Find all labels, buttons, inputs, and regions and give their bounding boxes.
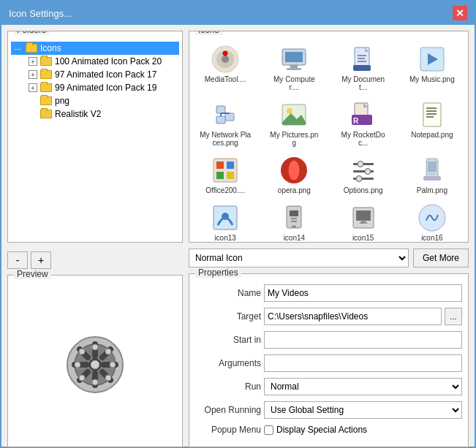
close-button[interactable]: ✕ bbox=[453, 6, 467, 20]
icon-item-options[interactable]: Options.png bbox=[330, 153, 396, 197]
svg-rect-36 bbox=[216, 106, 225, 113]
svg-point-17 bbox=[105, 375, 111, 381]
svg-point-19 bbox=[79, 375, 85, 381]
name-row: Name bbox=[195, 284, 462, 302]
icons-panel: Icons MediaTool.... My Computer.... My D… bbox=[189, 31, 469, 243]
icon-item-13[interactable]: icon13 bbox=[192, 200, 258, 243]
svg-rect-44 bbox=[282, 122, 306, 125]
run-label: Run bbox=[195, 381, 261, 392]
icon-label: Office200.... bbox=[205, 186, 245, 194]
svg-rect-69 bbox=[429, 173, 435, 175]
icon-item-14[interactable]: icon14 bbox=[261, 200, 327, 243]
tree-item-label: png bbox=[55, 96, 69, 106]
folder-icon bbox=[40, 70, 52, 79]
tree-item-realistik[interactable]: Realistik V2 bbox=[26, 107, 179, 121]
folder-icon bbox=[40, 57, 52, 66]
name-input[interactable] bbox=[264, 284, 462, 302]
tree-item-label: 97 Animated Icon Pack 17 bbox=[55, 69, 156, 80]
main-content: Folders — Icons + 100 Animated Icon Pack… bbox=[1, 25, 475, 448]
icon-item-15[interactable]: icon15 bbox=[330, 200, 396, 243]
icon-item-palm[interactable]: Palm.png bbox=[399, 153, 465, 197]
tree-item-99animated[interactable]: + 99 Animated Icon Pack 19 bbox=[26, 81, 179, 94]
svg-rect-25 bbox=[285, 52, 303, 62]
svg-rect-76 bbox=[291, 221, 297, 222]
svg-rect-68 bbox=[428, 162, 437, 172]
svg-rect-52 bbox=[426, 113, 437, 115]
expander-97animated[interactable]: + bbox=[29, 70, 37, 79]
icon-item-opera[interactable]: opera.png bbox=[261, 153, 327, 197]
svg-point-15 bbox=[110, 362, 116, 368]
svg-rect-26 bbox=[290, 65, 298, 68]
arguments-input[interactable] bbox=[264, 354, 462, 372]
svg-rect-73 bbox=[287, 206, 301, 228]
icon-label: My RocketDoc... bbox=[338, 131, 389, 147]
svg-rect-75 bbox=[291, 218, 297, 219]
open-running-select[interactable]: Use Global Setting Always Open Never Ope… bbox=[264, 401, 462, 419]
svg-rect-33 bbox=[353, 65, 371, 71]
svg-point-12 bbox=[92, 344, 98, 350]
icon-label: Palm.png bbox=[417, 186, 447, 194]
icon-item-16[interactable]: icon16 bbox=[399, 200, 465, 243]
icon-label: My Network Places.png bbox=[200, 131, 251, 147]
expander-99animated[interactable]: + bbox=[29, 83, 37, 92]
folder-icon bbox=[40, 110, 52, 118]
start-in-row: Start in bbox=[195, 331, 462, 349]
icon-label: My Pictures.png bbox=[268, 131, 320, 147]
open-running-row: Open Running Use Global Setting Always O… bbox=[195, 401, 462, 419]
tree-children: + 100 Animated Icon Pack 20 + 97 Animate… bbox=[11, 55, 179, 121]
tree-item-100animated[interactable]: + 100 Animated Icon Pack 20 bbox=[26, 55, 179, 68]
svg-point-62 bbox=[358, 162, 363, 167]
icon-item-mediatool[interactable]: MediaTool.... bbox=[192, 42, 258, 94]
svg-point-11 bbox=[91, 360, 99, 369]
run-row: Run Normal Minimized Maximized bbox=[195, 378, 462, 395]
folder-icon bbox=[26, 44, 37, 53]
popup-menu-text: Display Special Actions bbox=[276, 425, 367, 435]
start-in-input[interactable] bbox=[264, 331, 462, 349]
icon-label: icon14 bbox=[284, 234, 305, 242]
icon-type-row: Normal Icon Large Icon Small Icon Get Mo… bbox=[189, 248, 469, 267]
folders-label: Folders bbox=[14, 31, 49, 35]
icon-label: icon13 bbox=[214, 234, 235, 242]
tree-item-png[interactable]: png bbox=[26, 94, 179, 107]
expander-100animated[interactable]: + bbox=[29, 57, 37, 66]
tree-item-icons[interactable]: — Icons bbox=[11, 42, 179, 55]
svg-rect-70 bbox=[423, 176, 441, 181]
icon-item-mycomputer[interactable]: My Computer.... bbox=[261, 42, 327, 94]
remove-folder-button[interactable]: - bbox=[7, 251, 28, 269]
svg-rect-56 bbox=[227, 162, 234, 169]
svg-point-66 bbox=[356, 176, 362, 182]
icon-item-notepad[interactable]: Notepad.png bbox=[399, 97, 465, 150]
tree-item-label: Realistik V2 bbox=[55, 109, 101, 119]
tree-item-97animated[interactable]: + 97 Animated Icon Pack 17 bbox=[26, 68, 179, 81]
tree-item-label: 100 Animated Icon Pack 20 bbox=[55, 56, 162, 67]
icon-item-mynetwork[interactable]: My Network Places.png bbox=[192, 97, 258, 150]
icon-item-office[interactable]: Office200.... bbox=[192, 153, 258, 197]
icon-item-mydocument[interactable]: My Document... bbox=[330, 42, 396, 94]
open-running-label: Open Running bbox=[195, 405, 261, 415]
icon-item-mymusic[interactable]: My Music.png bbox=[399, 42, 465, 94]
svg-rect-74 bbox=[290, 210, 298, 216]
run-select[interactable]: Normal Minimized Maximized bbox=[264, 378, 462, 395]
target-input[interactable] bbox=[264, 308, 442, 325]
svg-point-14 bbox=[75, 362, 80, 368]
svg-rect-50 bbox=[426, 107, 437, 109]
svg-point-23 bbox=[223, 51, 227, 56]
title-bar: Icon Settings... ✕ bbox=[1, 1, 475, 25]
popup-menu-checkbox[interactable] bbox=[264, 425, 273, 435]
tree-item-label: Icons bbox=[40, 43, 61, 53]
get-more-button[interactable]: Get More bbox=[413, 248, 469, 267]
add-folder-button[interactable]: + bbox=[31, 251, 51, 269]
icon-item-mypictures[interactable]: My Pictures.png bbox=[261, 97, 327, 150]
svg-rect-57 bbox=[216, 172, 224, 179]
preview-icon bbox=[66, 335, 124, 394]
svg-point-13 bbox=[92, 379, 98, 385]
icon-item-myrocket[interactable]: R My RocketDoc... bbox=[330, 97, 396, 150]
icon-type-select[interactable]: Normal Icon Large Icon Small Icon bbox=[189, 248, 409, 267]
dialog-title: Icon Settings... bbox=[9, 8, 72, 19]
browse-button[interactable]: ... bbox=[445, 308, 462, 325]
svg-rect-38 bbox=[216, 116, 225, 124]
preview-label: Preview bbox=[14, 269, 51, 279]
target-label: Target bbox=[195, 311, 261, 322]
icon-label: My Document... bbox=[338, 75, 389, 91]
svg-point-64 bbox=[365, 169, 371, 175]
